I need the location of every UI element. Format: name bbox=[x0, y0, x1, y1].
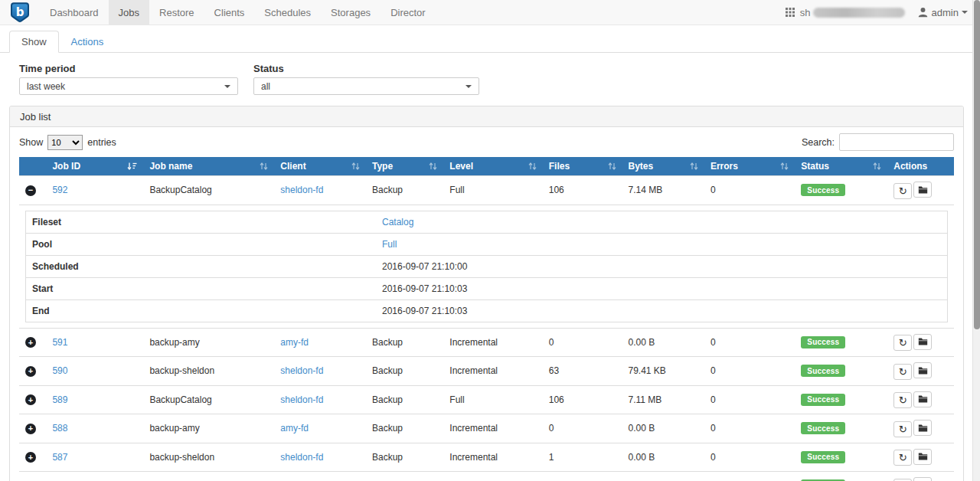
job-level-cell: Incremental bbox=[443, 357, 542, 386]
jobs-table-body: −592BackupCatalogsheldon-fdBackupFull106… bbox=[19, 176, 954, 481]
list-files-button[interactable] bbox=[913, 391, 932, 407]
job-id-link[interactable]: 587 bbox=[52, 452, 67, 463]
status-select[interactable]: all bbox=[253, 77, 479, 95]
tab-actions[interactable]: Actions bbox=[59, 31, 116, 53]
client-link[interactable]: amy-fd bbox=[280, 337, 309, 348]
rerun-icon: ↻ bbox=[899, 395, 907, 405]
client-link[interactable]: sheldon-fd bbox=[280, 365, 323, 376]
select-caret-down-icon bbox=[224, 85, 230, 88]
username-label: admin bbox=[932, 7, 959, 18]
list-files-button[interactable] bbox=[913, 420, 932, 436]
nav-item-director[interactable]: Director bbox=[381, 0, 436, 25]
nav-item-clients[interactable]: Clients bbox=[204, 0, 255, 25]
length-prefix-label: Show bbox=[19, 137, 43, 148]
job-type-cell: Backup bbox=[366, 357, 443, 386]
status-badge: Success bbox=[801, 451, 845, 463]
rerun-job-button[interactable]: ↻ bbox=[893, 421, 912, 437]
client-link[interactable]: sheldon-fd bbox=[280, 452, 323, 463]
detail-label: Pool bbox=[26, 233, 377, 255]
rerun-job-button[interactable]: ↻ bbox=[893, 183, 912, 199]
job-id-link[interactable]: 588 bbox=[52, 423, 67, 434]
job-errors-cell: 0 bbox=[704, 385, 795, 414]
time-period-select[interactable]: last week bbox=[19, 77, 238, 95]
column-label: Bytes bbox=[629, 161, 654, 172]
detail-value: Full bbox=[376, 233, 947, 255]
expand-row-icon[interactable]: + bbox=[25, 452, 36, 463]
client-link[interactable]: amy-fd bbox=[280, 423, 309, 434]
rerun-job-button[interactable]: ↻ bbox=[893, 364, 912, 380]
nav-item-schedules[interactable]: Schedules bbox=[254, 0, 321, 25]
column-header-job-id[interactable]: Job ID bbox=[46, 157, 143, 176]
job-row-592: −592BackupCatalogsheldon-fdBackupFull106… bbox=[19, 176, 954, 205]
nav-item-dashboard[interactable]: Dashboard bbox=[40, 0, 109, 25]
collapse-row-icon[interactable]: − bbox=[25, 185, 36, 196]
jobs-tabbar: Show Actions bbox=[0, 31, 980, 53]
job-id-link[interactable]: 592 bbox=[52, 185, 67, 195]
column-header-bytes[interactable]: Bytes bbox=[622, 157, 704, 176]
list-files-button[interactable] bbox=[913, 449, 932, 465]
time-period-label: Time period bbox=[19, 63, 238, 74]
nav-item-restore[interactable]: Restore bbox=[149, 0, 204, 25]
navbar-right: sh admin bbox=[786, 0, 980, 25]
job-detail-child-row: FilesetCatalogPoolFullScheduled2016-09-0… bbox=[19, 205, 954, 328]
rerun-job-button[interactable]: ↻ bbox=[893, 392, 912, 408]
bareos-shield-icon: b bbox=[11, 2, 29, 22]
rerun-job-button[interactable]: ↻ bbox=[893, 450, 912, 466]
detail-row-scheduled: Scheduled2016-09-07 21:10:00 bbox=[26, 255, 948, 277]
list-files-button[interactable] bbox=[913, 334, 932, 350]
sort-both-icon bbox=[873, 162, 881, 171]
folder-icon bbox=[918, 366, 928, 375]
list-files-button[interactable] bbox=[913, 182, 932, 198]
tab-show[interactable]: Show bbox=[9, 31, 59, 53]
column-header-status[interactable]: Status bbox=[795, 157, 887, 176]
folder-icon bbox=[918, 337, 928, 346]
job-bytes-cell: 0.00 B bbox=[622, 328, 704, 357]
expand-row-icon[interactable]: + bbox=[25, 424, 36, 434]
folder-icon bbox=[918, 424, 928, 433]
rerun-job-button[interactable]: ↻ bbox=[893, 335, 912, 351]
rerun-job-button[interactable]: ↻ bbox=[893, 479, 912, 481]
detail-row-fileset: FilesetCatalog bbox=[26, 211, 948, 233]
status-badge: Success bbox=[801, 365, 845, 377]
list-files-button[interactable] bbox=[913, 477, 932, 481]
detail-label: End bbox=[26, 299, 377, 322]
page-length-select[interactable]: 10 bbox=[47, 135, 83, 150]
column-header-errors[interactable]: Errors bbox=[704, 157, 795, 176]
column-header-job-name[interactable]: Job name bbox=[143, 157, 274, 176]
detail-value: 2016-09-07 21:10:03 bbox=[376, 277, 947, 299]
column-header-level[interactable]: Level bbox=[443, 157, 542, 176]
job-id-link[interactable]: 590 bbox=[52, 365, 67, 376]
job-errors-cell: 0 bbox=[704, 443, 795, 472]
nav-item-jobs[interactable]: Jobs bbox=[109, 0, 149, 25]
list-files-button[interactable] bbox=[913, 362, 932, 378]
job-row-587: +587backup-sheldonsheldon-fdBackupIncrem… bbox=[19, 443, 954, 472]
bareos-logo[interactable]: b bbox=[0, 0, 40, 25]
vertical-scrollbar[interactable] bbox=[972, 0, 980, 481]
column-header-files[interactable]: Files bbox=[543, 157, 622, 176]
user-menu[interactable]: admin bbox=[918, 7, 968, 18]
sort-both-icon bbox=[780, 162, 789, 171]
client-link[interactable]: sheldon-fd bbox=[280, 185, 323, 195]
column-header-type[interactable]: Type bbox=[366, 157, 443, 176]
scrollbar-thumb[interactable] bbox=[974, 0, 980, 329]
expand-row-icon[interactable]: + bbox=[25, 337, 36, 348]
apps-grid-icon[interactable] bbox=[786, 8, 795, 17]
expand-row-icon[interactable]: + bbox=[25, 394, 36, 405]
detail-value-link[interactable]: Catalog bbox=[382, 217, 413, 227]
sort-both-icon bbox=[429, 162, 437, 171]
nav-item-storages[interactable]: Storages bbox=[321, 0, 381, 25]
search-input[interactable] bbox=[839, 133, 954, 151]
job-type-cell: Backup bbox=[366, 176, 443, 205]
column-label: Type bbox=[372, 161, 393, 172]
client-link[interactable]: sheldon-fd bbox=[280, 394, 323, 405]
expand-row-icon[interactable]: + bbox=[25, 366, 36, 377]
status-badge: Success bbox=[801, 184, 845, 196]
column-header-client[interactable]: Client bbox=[274, 157, 366, 176]
job-id-link[interactable]: 589 bbox=[52, 394, 67, 405]
detail-value-link[interactable]: Full bbox=[382, 239, 397, 250]
detail-value: Catalog bbox=[376, 211, 947, 233]
job-errors-cell: 0 bbox=[704, 357, 795, 386]
job-detail-table: FilesetCatalogPoolFullScheduled2016-09-0… bbox=[25, 211, 948, 322]
job-files-cell: 106 bbox=[543, 176, 622, 205]
job-id-link[interactable]: 591 bbox=[52, 337, 67, 348]
